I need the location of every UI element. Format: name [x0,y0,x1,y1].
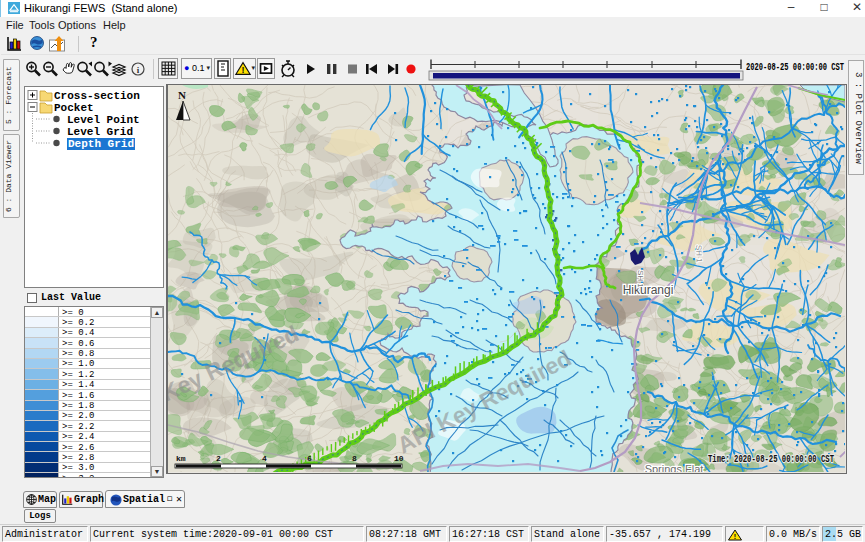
svg-text:Hikurangi: Hikurangi [623,283,674,297]
svg-text:Time: 2020-08-25 00:00:00 CST: Time: 2020-08-25 00:00:00 CST [708,454,834,465]
svg-text:2: 2 [216,454,221,463]
svg-text:N: N [178,89,186,101]
svg-text:!: ! [242,65,245,75]
svg-text:Springs Flat: Springs Flat [645,463,704,472]
svg-text:km: km [176,454,186,463]
svg-text:10: 10 [394,454,404,463]
svg-text:SH 1: SH 1 [694,245,704,264]
svg-text:!: ! [733,532,738,541]
svg-text:6: 6 [307,454,312,463]
svg-text:4: 4 [262,454,267,463]
svg-text:i: i [137,65,140,75]
svg-text:SH 1: SH 1 [636,270,645,288]
svg-text:8: 8 [352,454,357,463]
